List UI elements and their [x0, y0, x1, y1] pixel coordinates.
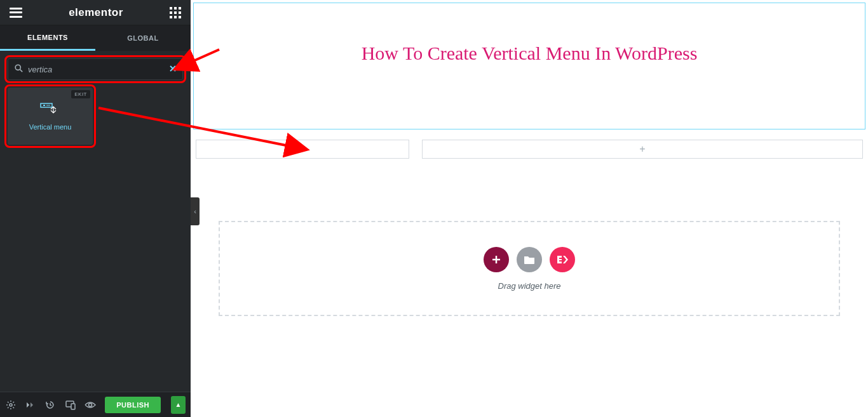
tab-elements[interactable]: ELEMENTS — [0, 25, 95, 51]
brand-logo: elementor — [69, 6, 123, 19]
vertical-menu-icon — [41, 102, 60, 117]
section-actions — [484, 247, 575, 272]
widget-vertical-menu[interactable]: EKIT Vertical menu — [8, 88, 93, 145]
ekit-badge: EKIT — [71, 90, 90, 98]
sidebar-footer: PUBLISH ▲ — [0, 392, 191, 417]
add-section-button[interactable] — [484, 247, 509, 272]
settings-icon[interactable] — [5, 399, 16, 411]
search-wrap — [0, 51, 191, 88]
navigator-icon[interactable] — [25, 399, 36, 411]
menu-icon[interactable] — [10, 8, 22, 18]
editor-canvas: How To Create Vertical Menu In WordPress… — [191, 0, 868, 417]
preview-icon[interactable] — [85, 399, 96, 411]
svg-rect-9 — [71, 404, 75, 409]
sidebar-header: elementor — [0, 0, 191, 25]
collapse-sidebar-icon[interactable]: ‹ — [191, 197, 200, 225]
sidebar-tabs: ELEMENTS GLOBAL — [0, 25, 191, 51]
drag-hint-text: Drag widget here — [498, 281, 561, 291]
empty-column-right[interactable]: + — [422, 140, 863, 159]
responsive-icon[interactable] — [65, 399, 76, 411]
template-library-button[interactable] — [517, 247, 542, 272]
apps-grid-icon[interactable] — [170, 7, 181, 18]
svg-rect-5 — [43, 105, 45, 106]
page-title: How To Create Vertical Menu In WordPress — [362, 43, 698, 64]
clear-search-icon[interactable] — [170, 65, 176, 73]
active-section[interactable]: How To Create Vertical Menu In WordPress — [193, 3, 865, 129]
search-icon — [15, 64, 23, 74]
publish-options[interactable]: ▲ — [171, 396, 186, 414]
columns-row: + + — [193, 140, 865, 159]
svg-point-0 — [15, 65, 20, 70]
tab-global[interactable]: GLOBAL — [95, 25, 191, 51]
svg-line-1 — [20, 70, 23, 72]
history-icon[interactable] — [45, 399, 56, 411]
new-section-dropzone[interactable]: Drag widget here — [219, 221, 840, 316]
search-input[interactable] — [28, 65, 170, 74]
svg-point-10 — [89, 403, 92, 406]
empty-column-left[interactable]: + — [196, 140, 409, 159]
elementskit-button[interactable] — [550, 247, 575, 272]
widget-label: Vertical menu — [29, 123, 72, 131]
plus-icon: + — [299, 143, 305, 155]
search-box[interactable] — [8, 58, 183, 80]
widgets-grid: EKIT Vertical menu — [0, 88, 191, 145]
publish-button[interactable]: PUBLISH — [105, 397, 161, 413]
plus-icon: + — [639, 143, 645, 155]
elementor-sidebar: elementor ELEMENTS GLOBAL EKIT — [0, 0, 191, 417]
svg-point-7 — [10, 404, 12, 406]
